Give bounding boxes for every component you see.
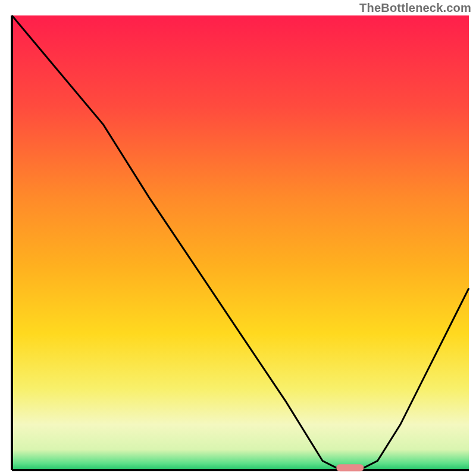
plot-background	[12, 15, 469, 470]
chart-frame: TheBottleneck.com	[0, 0, 476, 476]
bottleneck-chart	[0, 0, 476, 476]
optimal-marker	[336, 464, 364, 471]
watermark-label: TheBottleneck.com	[359, 1, 471, 15]
